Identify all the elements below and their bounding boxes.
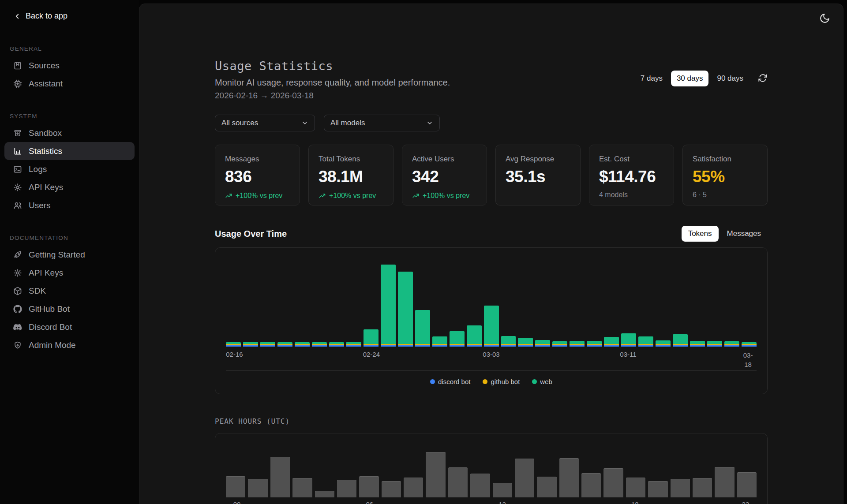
- usage-bar-web-segment: [638, 336, 653, 344]
- stat-card-active-users: Active Users342+100% vs prev: [402, 145, 487, 205]
- usage-bar-discord-segment: [450, 345, 465, 347]
- peak-hour-bar: [470, 474, 490, 497]
- usage-toggle-messages[interactable]: Messages: [720, 226, 768, 242]
- peak-hour-bar: [626, 478, 645, 497]
- peak-hour-bar: [270, 457, 290, 497]
- stat-card-avg-response: Avg Response35.1s: [495, 145, 581, 205]
- usage-bar-web-segment: [587, 341, 602, 344]
- chart-separator: [226, 370, 757, 371]
- sidebar-item-sources[interactable]: Sources: [4, 56, 135, 75]
- stat-card-trend-text: +100% vs prev: [329, 192, 376, 200]
- back-to-app-button[interactable]: Back to app: [0, 7, 139, 25]
- terminal-icon: [13, 165, 22, 174]
- page-title: Usage Statistics: [215, 59, 450, 73]
- usage-bar: [484, 306, 499, 347]
- sidebar-item-sandbox[interactable]: Sandbox: [4, 124, 135, 142]
- x-tick-label: 00: [233, 500, 241, 504]
- sidebar-item-label: Assistant: [29, 79, 63, 89]
- usage-bar-discord-segment: [552, 345, 567, 347]
- stat-card-label: Est. Cost: [599, 155, 664, 164]
- sidebar-item-getting-started[interactable]: Getting Started: [4, 246, 135, 264]
- stat-card-value: $114.76: [599, 168, 664, 186]
- trending-up-icon: [225, 192, 232, 200]
- usage-bar-discord-segment: [398, 345, 413, 347]
- sidebar-item-api-keys-docs[interactable]: API Keys: [4, 264, 135, 282]
- stat-card-label: Active Users: [412, 155, 477, 164]
- peak-hour-bar: [648, 481, 667, 497]
- trending-up-icon: [319, 192, 326, 200]
- sidebar-item-api-keys[interactable]: API Keys: [4, 178, 135, 196]
- legend-dot: [532, 379, 537, 384]
- usage-bar: [501, 336, 516, 347]
- peak-hour-bar: [404, 478, 423, 497]
- usage-bar-discord-segment: [690, 345, 705, 347]
- stat-card-label: Total Tokens: [319, 155, 383, 164]
- usage-bar-discord-segment: [638, 345, 653, 347]
- sidebar-item-label: GitHub Bot: [29, 304, 70, 314]
- sidebar-item-sdk[interactable]: SDK: [4, 282, 135, 300]
- usage-bar: [312, 342, 327, 347]
- usage-bar-discord-segment: [277, 345, 292, 347]
- x-tick-label: 18: [631, 500, 639, 504]
- usage-bar: [243, 342, 258, 347]
- sources-select[interactable]: All sources: [215, 115, 315, 131]
- package-icon: [13, 287, 22, 295]
- x-tick-label: 02-24: [363, 351, 380, 358]
- usage-bar-web-segment: [673, 334, 688, 344]
- usage-bar: [742, 342, 757, 347]
- refresh-button[interactable]: [758, 73, 768, 84]
- usage-bar-discord-segment: [501, 345, 516, 347]
- sidebar-nav: GENERALSourcesAssistantSYSTEMSandboxStat…: [0, 45, 139, 354]
- usage-bar: [415, 310, 430, 347]
- usage-bar-discord-segment: [587, 345, 602, 347]
- legend-item-discord-bot: discord bot: [430, 378, 470, 385]
- usage-bar-discord-segment: [621, 345, 636, 347]
- usage-section-title: Usage Over Time: [215, 229, 287, 239]
- x-tick-label: 03-18: [740, 351, 756, 369]
- sidebar-item-label: SDK: [29, 286, 46, 296]
- sidebar-item-assistant[interactable]: Assistant: [4, 75, 135, 93]
- peak-hour-bar: [693, 478, 712, 497]
- peak-hours-x-ticks: 0006121823: [226, 500, 757, 504]
- usage-bar: [570, 341, 585, 347]
- peak-hours-bars: [226, 444, 757, 497]
- sidebar-item-logs[interactable]: Logs: [4, 160, 135, 178]
- usage-bar-discord-segment: [656, 345, 671, 347]
- stat-card-trend: +100% vs prev: [319, 192, 383, 200]
- chevron-down-icon: [301, 119, 308, 127]
- peak-hour-bar: [581, 473, 601, 497]
- x-tick-label: 06: [366, 500, 373, 504]
- usage-bar-web-segment: [432, 336, 447, 344]
- peak-hour-bar: [292, 478, 312, 497]
- sidebar-item-statistics[interactable]: Statistics: [4, 142, 135, 160]
- models-select[interactable]: All models: [324, 115, 440, 131]
- peak-hour-bar: [315, 491, 334, 497]
- usage-bar-discord-segment: [260, 345, 275, 347]
- sidebar-item-discord-bot[interactable]: Discord Bot: [4, 318, 135, 336]
- sidebar-item-label: API Keys: [29, 268, 63, 278]
- sidebar-item-label: Getting Started: [29, 250, 85, 260]
- gear-icon: [13, 269, 22, 277]
- range-button-30d[interactable]: 30 days: [671, 71, 709, 86]
- sidebar-item-users[interactable]: Users: [4, 196, 135, 214]
- peak-hour-bar: [559, 458, 579, 497]
- range-button-90d[interactable]: 90 days: [711, 71, 749, 86]
- shield-icon: [13, 341, 22, 350]
- legend-label: github bot: [491, 378, 520, 385]
- chevron-down-icon: [426, 119, 433, 127]
- usage-bar: [295, 342, 310, 347]
- sidebar-item-github-bot[interactable]: GitHub Bot: [4, 300, 135, 318]
- theme-toggle-button[interactable]: [817, 12, 832, 26]
- usage-bar-discord-segment: [673, 345, 688, 347]
- range-button-7d[interactable]: 7 days: [635, 71, 668, 86]
- peak-hour-bar: [448, 467, 468, 497]
- sidebar-item-admin-mode[interactable]: Admin Mode: [4, 336, 135, 354]
- sidebar-item-label: Statistics: [29, 146, 62, 156]
- usage-bar: [346, 342, 361, 347]
- usage-bar: [604, 337, 619, 347]
- usage-bar: [467, 325, 482, 347]
- peak-hours-title: PEAK HOURS (UTC): [215, 417, 768, 426]
- legend-label: discord bot: [438, 378, 470, 385]
- usage-chart-bars: [226, 263, 757, 347]
- usage-toggle-tokens[interactable]: Tokens: [682, 226, 719, 242]
